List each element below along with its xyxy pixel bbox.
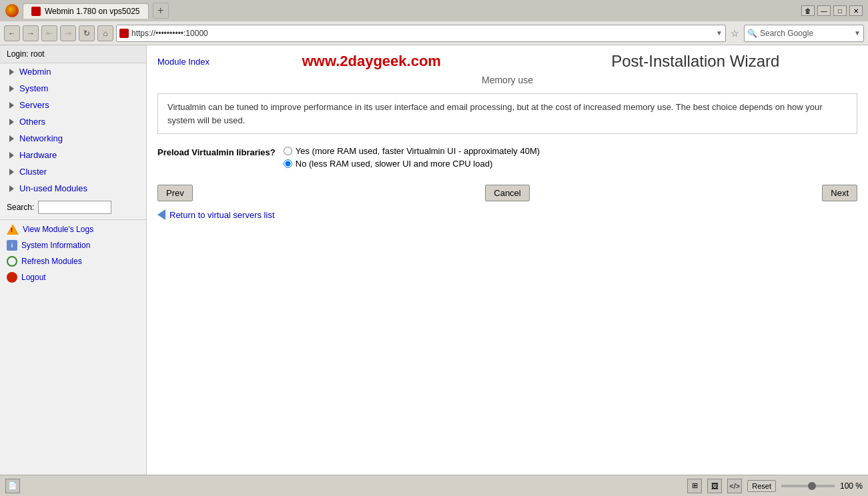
sidebar-item-label: Others [19, 117, 45, 127]
module-index-link[interactable]: Module Index [157, 57, 209, 67]
next-button[interactable]: Next [822, 185, 857, 201]
forward-button[interactable]: → [23, 25, 39, 41]
servers-arrow-icon [9, 102, 14, 109]
refresh-modules-label: Refresh Modules [21, 257, 82, 266]
recycle-bin-icon[interactable]: 🗑 [801, 5, 815, 16]
radio-no-label: No (less RAM used, slower UI and more CP… [296, 159, 493, 169]
radio-yes-label: Yes (more RAM used, faster Virtualmin UI… [296, 146, 540, 156]
cluster-arrow-icon [9, 169, 14, 175]
fast-forward-button[interactable]: ⇥ [60, 25, 76, 41]
status-grid-icon[interactable]: ⊞ [687, 479, 702, 493]
zoom-thumb [808, 482, 816, 490]
refresh-modules-action[interactable]: Refresh Modules [0, 253, 146, 269]
radio-group: Yes (more RAM used, faster Virtualmin UI… [284, 146, 540, 171]
title-bar: Webmin 1.780 on vps5025 + 🗑 — □ ✕ [0, 0, 868, 21]
prev-button[interactable]: Prev [157, 185, 193, 201]
radio-no[interactable] [284, 159, 292, 168]
button-row: Prev Cancel Next [157, 185, 857, 201]
wizard-title: Post-Installation Wizard [534, 52, 857, 71]
title-bar-controls: 🗑 — □ ✕ [801, 5, 863, 16]
search-label: Search: [7, 203, 34, 212]
system-info-action[interactable]: i System Information [0, 237, 146, 253]
login-label: Login: root [7, 49, 45, 59]
status-code-icon[interactable]: </> [727, 479, 742, 493]
cancel-button[interactable]: Cancel [485, 185, 529, 201]
status-right: ⊞ 🖼 </> Reset 100 % [687, 479, 863, 493]
sidebar-divider [0, 219, 146, 220]
sidebar-item-servers[interactable]: Servers [0, 97, 146, 113]
system-info-label: System Information [21, 241, 90, 250]
zoom-reset-button[interactable]: Reset [747, 480, 776, 492]
preload-form-row: Preload Virtualmin libraries? Yes (more … [157, 143, 857, 174]
status-image-icon[interactable]: 🖼 [707, 479, 722, 493]
sidebar-item-cluster[interactable]: Cluster [0, 163, 146, 180]
others-arrow-icon [9, 119, 14, 125]
search-dropdown-icon[interactable]: ▼ [854, 29, 861, 37]
sidebar-item-label: Webmin [19, 67, 51, 77]
login-info: Login: root [0, 45, 146, 63]
preload-label: Preload Virtualmin libraries? [157, 146, 276, 157]
button-spacer: Cancel [198, 185, 817, 201]
nav-bar: ← → ⇤ ⇥ ↻ ⌂ https://••••••••••:10000 ▼ ☆… [0, 21, 868, 45]
info-text: Virtualmin can be tuned to improve perfo… [167, 102, 823, 125]
search-input[interactable]: Search Google [760, 29, 851, 38]
browser-chrome: Webmin 1.780 on vps5025 + 🗑 — □ ✕ ← → ⇤ … [0, 0, 868, 496]
tab-favicon [31, 7, 41, 16]
site-brand: www.2daygeek.com [209, 53, 533, 70]
bookmark-button[interactable]: ☆ [729, 28, 741, 39]
view-logs-action[interactable]: View Module's Logs [0, 221, 146, 237]
sidebar-item-label: Un-used Modules [19, 183, 87, 193]
system-arrow-icon [9, 85, 14, 92]
sidebar-item-webmin[interactable]: Webmin [0, 63, 146, 80]
address-favicon-icon [119, 29, 129, 38]
info-icon: i [7, 240, 17, 251]
radio-yes[interactable] [284, 147, 292, 155]
sidebar-item-label: Hardware [19, 150, 57, 160]
address-bar[interactable]: https://••••••••••:10000 ▼ [116, 25, 726, 42]
logout-action[interactable]: Logout [0, 269, 146, 285]
radio-no-option: No (less RAM used, slower UI and more CP… [284, 159, 540, 169]
browser-tab[interactable]: Webmin 1.780 on vps5025 [23, 3, 149, 19]
warning-icon [7, 224, 19, 235]
maximize-button[interactable]: □ [833, 5, 847, 16]
header-row: Module Index www.2daygeek.com Post-Insta… [157, 52, 857, 71]
return-link[interactable]: Return to virtual servers list [157, 209, 857, 220]
return-arrow-icon [157, 209, 165, 220]
sidebar-item-label: Networking [19, 133, 63, 143]
return-link-label: Return to virtual servers list [169, 210, 275, 220]
status-page-icon[interactable]: 📄 [5, 479, 20, 493]
browser-content: Login: root Webmin System Servers Others… [0, 45, 868, 475]
refresh-icon [7, 256, 17, 267]
search-bar[interactable]: 🔍 Search Google ▼ [744, 25, 864, 42]
address-dropdown-icon[interactable]: ▼ [716, 29, 723, 37]
webmin-arrow-icon [9, 69, 14, 75]
zoom-slider[interactable] [781, 485, 835, 487]
sidebar-item-label: Servers [19, 100, 49, 110]
main-content: Module Index www.2daygeek.com Post-Insta… [147, 45, 868, 475]
address-text: https://••••••••••:10000 [131, 29, 713, 38]
home-button[interactable]: ⌂ [97, 25, 113, 41]
tab-title: Webmin 1.780 on vps5025 [45, 7, 140, 16]
sidebar: Login: root Webmin System Servers Others… [0, 45, 147, 475]
view-logs-label: View Module's Logs [23, 225, 93, 234]
close-button[interactable]: ✕ [849, 5, 863, 16]
networking-arrow-icon [9, 135, 14, 142]
sidebar-item-networking[interactable]: Networking [0, 130, 146, 147]
sidebar-item-others[interactable]: Others [0, 113, 146, 130]
back-button[interactable]: ← [4, 25, 20, 41]
minimize-button[interactable]: — [817, 5, 831, 16]
browser-logo-icon [5, 4, 19, 17]
new-tab-button[interactable]: + [153, 3, 169, 19]
radio-yes-option: Yes (more RAM used, faster Virtualmin UI… [284, 146, 540, 156]
search-row: Search: [0, 197, 146, 218]
zoom-control [781, 485, 835, 487]
hardware-arrow-icon [9, 152, 14, 159]
info-box: Virtualmin can be tuned to improve perfo… [157, 93, 857, 134]
fast-back-button[interactable]: ⇤ [41, 25, 57, 41]
refresh-button[interactable]: ↻ [79, 25, 95, 41]
sidebar-item-system[interactable]: System [0, 80, 146, 97]
sidebar-search-input[interactable] [38, 201, 111, 214]
logout-label: Logout [21, 273, 46, 282]
sidebar-item-unused-modules[interactable]: Un-used Modules [0, 180, 146, 197]
sidebar-item-hardware[interactable]: Hardware [0, 147, 146, 163]
